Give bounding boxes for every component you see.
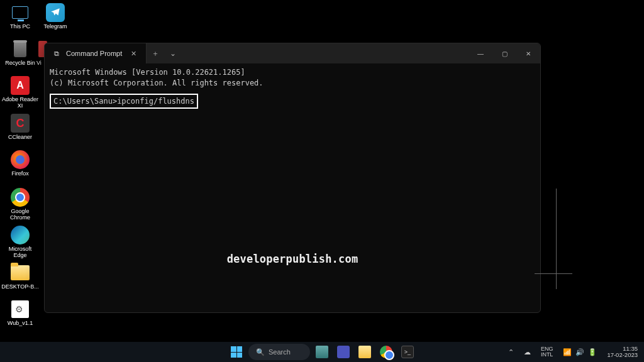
bin-icon: [12, 40, 28, 58]
taskview-icon: [316, 346, 328, 358]
tab-dropdown-button[interactable]: ⌄: [164, 43, 182, 63]
icon-label: CCleaner: [1, 134, 39, 141]
desktop-icon-ccleaner[interactable]: C CCleaner: [1, 113, 39, 141]
search-placeholder: Search: [269, 348, 291, 356]
desktop-icon-edge[interactable]: Microsoft Edge: [1, 225, 39, 259]
terminal-icon: ⧉: [52, 49, 61, 58]
new-tab-button[interactable]: ＋: [147, 43, 164, 63]
icon-label: This PC: [1, 24, 39, 30]
taskbar-app-chrome[interactable]: [377, 343, 396, 361]
desktop-icon-adobe-reader[interactable]: A Adobe Reader XI: [1, 75, 39, 109]
taskview-button[interactable]: [313, 343, 331, 361]
icon-label: Wub_v1.1: [1, 321, 39, 327]
icon-label: Telegram: [36, 24, 74, 30]
icon-label: Adobe Reader XI: [1, 97, 39, 109]
desktop-icon-recycle-bin[interactable]: Recycle Bin: [1, 39, 39, 67]
taskbar-app-explorer[interactable]: [355, 343, 374, 361]
taskbar-app-chat[interactable]: [334, 343, 353, 361]
watermark-text: developerpublish.com: [45, 252, 540, 267]
adobe-icon: A: [11, 76, 30, 95]
telegram-icon: [46, 3, 65, 22]
battery-icon: 🔋: [588, 348, 597, 356]
icon-label: Google Chrome: [1, 209, 39, 221]
desktop-icon-firefox[interactable]: Firefox: [1, 150, 39, 177]
edge-icon: [11, 226, 30, 244]
icon-label: DESKTOP-B...: [1, 284, 39, 290]
icon-label: Recycle Bin: [1, 60, 39, 67]
chrome-icon: [11, 188, 30, 207]
tray-clock[interactable]: 11:35 17-02-2023: [604, 344, 640, 359]
windows-logo-icon: [231, 346, 242, 358]
tray-overflow[interactable]: ⌃: [506, 347, 516, 358]
maximize-button[interactable]: ▢: [492, 43, 516, 63]
folder-icon: [11, 265, 30, 280]
script-icon: [11, 300, 29, 318]
start-button[interactable]: [227, 343, 246, 361]
explorer-icon: [358, 346, 371, 358]
tray-language[interactable]: ENG INTL: [538, 345, 556, 359]
terminal-line: (c) Microsoft Corporation. All rights re…: [50, 78, 535, 89]
icon-label: Microsoft Edge: [1, 246, 39, 259]
taskbar-app-terminal[interactable]: >_: [398, 343, 417, 361]
tray-onedrive[interactable]: ☁: [521, 347, 533, 358]
chat-icon: [337, 346, 350, 358]
cloud-icon: ☁: [524, 348, 531, 356]
chevron-up-icon: ⌃: [508, 348, 514, 356]
pc-icon: [12, 6, 28, 19]
desktop-icon-folder[interactable]: DESKTOP-B...: [1, 263, 39, 290]
volume-icon: 🔊: [575, 348, 584, 356]
ccleaner-icon: C: [11, 114, 30, 133]
taskbar[interactable]: 🔍 Search >_ ⌃ ☁ ENG INTL 📶 🔊 🔋 11:35 17-…: [0, 342, 644, 362]
terminal-icon: >_: [401, 346, 414, 358]
lang-bottom: INTL: [541, 352, 553, 358]
tray-network-sound-battery[interactable]: 📶 🔊 🔋: [560, 347, 599, 358]
minimize-button[interactable]: —: [469, 43, 492, 63]
terminal-line: Microsoft Windows [Version 10.0.22621.12…: [50, 67, 535, 78]
icon-label: Firefox: [1, 171, 39, 177]
chrome-icon: [380, 346, 392, 358]
terminal-window[interactable]: ⧉ Command Prompt ✕ ＋ ⌄ — ▢ ✕ Microsoft W…: [44, 43, 541, 313]
desktop-icon-wub[interactable]: Wub_v1.1: [1, 299, 39, 327]
firefox-icon: [11, 150, 30, 169]
desktop-icon-chrome[interactable]: Google Chrome: [1, 187, 39, 221]
wifi-icon: 📶: [563, 348, 572, 356]
taskbar-search[interactable]: 🔍 Search: [248, 344, 310, 360]
tab-command-prompt[interactable]: ⧉ Command Prompt ✕: [45, 43, 147, 63]
tab-title: Command Prompt: [66, 50, 122, 57]
taskbar-date: 17-02-2023: [607, 352, 638, 358]
title-bar[interactable]: ⧉ Command Prompt ✕ ＋ ⌄ — ▢ ✕: [45, 43, 540, 63]
search-icon: 🔍: [256, 348, 265, 356]
tab-close-button[interactable]: ✕: [127, 47, 140, 60]
desktop-icon-telegram[interactable]: Telegram: [36, 3, 74, 30]
desktop-icon-this-pc[interactable]: This PC: [1, 3, 39, 30]
terminal-body[interactable]: Microsoft Windows [Version 10.0.22621.12…: [45, 63, 540, 312]
terminal-prompt-highlight: C:\Users\Sanu>ipconfig/flushdns: [50, 94, 198, 109]
close-button[interactable]: ✕: [516, 43, 540, 63]
